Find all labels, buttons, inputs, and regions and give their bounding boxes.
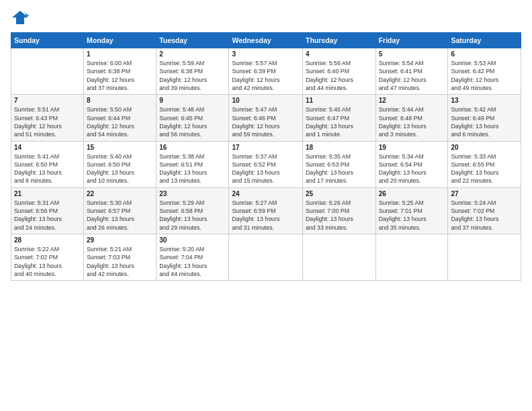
day-number: 4 (306, 50, 373, 58)
table-row (11, 48, 84, 95)
day-number: 27 (451, 190, 518, 197)
day-info: Sunrise: 5:59 AM Sunset: 6:38 PM Dayligh… (159, 59, 226, 92)
day-info: Sunrise: 5:40 AM Sunset: 6:50 PM Dayligh… (87, 152, 153, 185)
day-number: 1 (87, 50, 153, 58)
day-number: 7 (14, 97, 81, 104)
table-row: 4Sunrise: 5:56 AM Sunset: 6:40 PM Daylig… (302, 48, 375, 95)
table-row: 19Sunrise: 5:34 AM Sunset: 6:54 PM Dayli… (375, 141, 448, 187)
day-info: Sunrise: 5:35 AM Sunset: 6:53 PM Dayligh… (306, 152, 373, 185)
table-row: 1Sunrise: 6:00 AM Sunset: 6:38 PM Daylig… (84, 48, 157, 95)
table-row: 20Sunrise: 5:33 AM Sunset: 6:55 PM Dayli… (448, 141, 521, 187)
day-info: Sunrise: 5:24 AM Sunset: 7:02 PM Dayligh… (451, 199, 518, 232)
table-row: 27Sunrise: 5:24 AM Sunset: 7:02 PM Dayli… (448, 187, 521, 234)
table-row (448, 234, 521, 281)
day-info: Sunrise: 5:51 AM Sunset: 6:43 PM Dayligh… (14, 105, 81, 138)
day-number: 17 (232, 144, 300, 151)
table-row: 16Sunrise: 5:38 AM Sunset: 6:51 PM Dayli… (157, 141, 229, 187)
day-number: 26 (379, 190, 445, 197)
table-row: 11Sunrise: 5:45 AM Sunset: 6:47 PM Dayli… (302, 95, 375, 141)
day-number: 13 (451, 97, 518, 104)
col-saturday: Saturday (448, 33, 521, 48)
day-info: Sunrise: 5:45 AM Sunset: 6:47 PM Dayligh… (306, 105, 373, 138)
table-row: 17Sunrise: 5:37 AM Sunset: 6:52 PM Dayli… (229, 141, 303, 187)
day-number: 21 (14, 190, 81, 197)
day-number: 12 (379, 97, 445, 104)
page: Sunday Monday Tuesday Wednesday Thursday… (0, 0, 532, 411)
table-row: 6Sunrise: 5:53 AM Sunset: 6:42 PM Daylig… (448, 48, 521, 95)
day-info: Sunrise: 5:27 AM Sunset: 6:59 PM Dayligh… (232, 199, 300, 232)
day-info: Sunrise: 5:37 AM Sunset: 6:52 PM Dayligh… (232, 152, 300, 185)
day-info: Sunrise: 5:47 AM Sunset: 6:46 PM Dayligh… (232, 105, 300, 138)
col-tuesday: Tuesday (157, 33, 229, 48)
day-info: Sunrise: 5:34 AM Sunset: 6:54 PM Dayligh… (379, 152, 445, 185)
calendar-week-row: 7Sunrise: 5:51 AM Sunset: 6:43 PM Daylig… (11, 95, 521, 141)
day-info: Sunrise: 5:25 AM Sunset: 7:01 PM Dayligh… (379, 199, 445, 232)
day-info: Sunrise: 5:54 AM Sunset: 6:41 PM Dayligh… (379, 59, 445, 92)
col-wednesday: Wednesday (229, 33, 303, 48)
table-row: 28Sunrise: 5:22 AM Sunset: 7:02 PM Dayli… (11, 234, 84, 281)
day-number: 6 (451, 50, 518, 58)
day-info: Sunrise: 5:38 AM Sunset: 6:51 PM Dayligh… (159, 152, 226, 185)
day-number: 2 (159, 50, 226, 58)
day-number: 30 (159, 236, 226, 244)
table-row: 5Sunrise: 5:54 AM Sunset: 6:41 PM Daylig… (375, 48, 448, 95)
day-info: Sunrise: 5:31 AM Sunset: 6:56 PM Dayligh… (14, 199, 81, 232)
calendar-week-row: 1Sunrise: 6:00 AM Sunset: 6:38 PM Daylig… (11, 48, 521, 95)
logo (11, 8, 32, 27)
table-row: 26Sunrise: 5:25 AM Sunset: 7:01 PM Dayli… (375, 187, 448, 234)
table-row: 23Sunrise: 5:29 AM Sunset: 6:58 PM Dayli… (157, 187, 229, 234)
day-number: 9 (159, 97, 226, 104)
day-info: Sunrise: 5:53 AM Sunset: 6:42 PM Dayligh… (451, 59, 518, 92)
col-monday: Monday (84, 33, 157, 48)
table-row (302, 234, 375, 281)
day-number: 19 (379, 144, 445, 151)
calendar-week-row: 28Sunrise: 5:22 AM Sunset: 7:02 PM Dayli… (11, 234, 521, 281)
day-number: 29 (87, 236, 153, 244)
day-number: 14 (14, 144, 81, 151)
day-info: Sunrise: 5:50 AM Sunset: 6:44 PM Dayligh… (87, 105, 153, 138)
header (11, 8, 521, 27)
table-row: 14Sunrise: 5:41 AM Sunset: 6:50 PM Dayli… (11, 141, 84, 187)
table-row: 15Sunrise: 5:40 AM Sunset: 6:50 PM Dayli… (84, 141, 157, 187)
svg-marker-0 (12, 11, 28, 24)
day-number: 25 (306, 190, 373, 197)
day-number: 10 (232, 97, 300, 104)
day-number: 16 (159, 144, 226, 151)
day-number: 15 (87, 144, 153, 151)
day-info: Sunrise: 5:41 AM Sunset: 6:50 PM Dayligh… (14, 152, 81, 185)
logo-icon (11, 8, 30, 27)
day-info: Sunrise: 5:30 AM Sunset: 6:57 PM Dayligh… (87, 199, 153, 232)
table-row: 9Sunrise: 5:48 AM Sunset: 6:45 PM Daylig… (157, 95, 229, 141)
day-info: Sunrise: 5:44 AM Sunset: 6:48 PM Dayligh… (379, 105, 445, 138)
table-row: 30Sunrise: 5:20 AM Sunset: 7:04 PM Dayli… (157, 234, 229, 281)
day-number: 8 (87, 97, 153, 104)
table-row: 18Sunrise: 5:35 AM Sunset: 6:53 PM Dayli… (302, 141, 375, 187)
day-number: 5 (379, 50, 445, 58)
day-number: 28 (14, 236, 81, 244)
table-row: 7Sunrise: 5:51 AM Sunset: 6:43 PM Daylig… (11, 95, 84, 141)
day-info: Sunrise: 5:22 AM Sunset: 7:02 PM Dayligh… (14, 245, 81, 278)
table-row: 29Sunrise: 5:21 AM Sunset: 7:03 PM Dayli… (84, 234, 157, 281)
calendar-table: Sunday Monday Tuesday Wednesday Thursday… (11, 32, 521, 281)
table-row: 13Sunrise: 5:42 AM Sunset: 6:49 PM Dayli… (448, 95, 521, 141)
day-number: 20 (451, 144, 518, 151)
day-info: Sunrise: 5:57 AM Sunset: 6:39 PM Dayligh… (232, 59, 300, 92)
day-number: 11 (306, 97, 373, 104)
day-number: 23 (159, 190, 226, 197)
table-row: 3Sunrise: 5:57 AM Sunset: 6:39 PM Daylig… (229, 48, 303, 95)
table-row: 21Sunrise: 5:31 AM Sunset: 6:56 PM Dayli… (11, 187, 84, 234)
calendar-header-row: Sunday Monday Tuesday Wednesday Thursday… (11, 33, 521, 48)
table-row: 24Sunrise: 5:27 AM Sunset: 6:59 PM Dayli… (229, 187, 303, 234)
table-row: 8Sunrise: 5:50 AM Sunset: 6:44 PM Daylig… (84, 95, 157, 141)
col-sunday: Sunday (11, 33, 84, 48)
calendar-week-row: 21Sunrise: 5:31 AM Sunset: 6:56 PM Dayli… (11, 187, 521, 234)
day-number: 24 (232, 190, 300, 197)
table-row (229, 234, 303, 281)
day-number: 3 (232, 50, 300, 58)
day-info: Sunrise: 5:42 AM Sunset: 6:49 PM Dayligh… (451, 105, 518, 138)
table-row: 12Sunrise: 5:44 AM Sunset: 6:48 PM Dayli… (375, 95, 448, 141)
table-row: 25Sunrise: 5:26 AM Sunset: 7:00 PM Dayli… (302, 187, 375, 234)
table-row: 10Sunrise: 5:47 AM Sunset: 6:46 PM Dayli… (229, 95, 303, 141)
day-info: Sunrise: 5:56 AM Sunset: 6:40 PM Dayligh… (306, 59, 373, 92)
table-row (375, 234, 448, 281)
